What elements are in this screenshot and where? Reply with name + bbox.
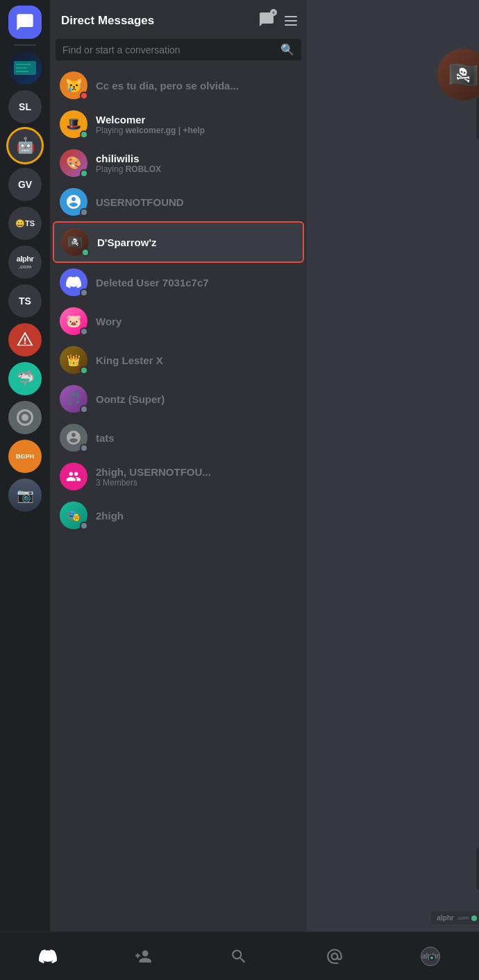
nav-item-search[interactable] — [230, 947, 248, 965]
dm-name-chiliwilis: chiliwilis — [96, 153, 297, 164]
right-panel: 🏴‍☠️ alphr .com — [307, 0, 479, 980]
nav-item-friends[interactable] — [134, 947, 152, 965]
nav-item-profile[interactable]: alphr — [421, 947, 440, 966]
dm-name-dsparrowz: D'Sparrow'z — [97, 237, 296, 248]
dm-item-kinglester[interactable]: 👑 King Lester X — [53, 341, 304, 379]
dm-info-kinglester: King Lester X — [96, 354, 297, 366]
header-icons: + — [258, 11, 299, 31]
dm-avatar-wory: 🐷 — [60, 307, 87, 335]
dm-avatar-2high: 🎭 — [60, 501, 87, 529]
server-icon-bgph[interactable]: BGPH — [8, 440, 42, 473]
search-bar[interactable]: 🔍 — [56, 39, 301, 60]
dm-item-first[interactable]: 😿 Cc es tu dia, pero se olvida... — [53, 66, 304, 105]
dm-item-oontz[interactable]: 🎵 Oontz (Super) — [53, 379, 304, 418]
dm-info-usernotfound: USERNOTFOUND — [96, 196, 297, 208]
dm-avatar-dsparrowz: 🏴‍☠️ — [61, 228, 89, 256]
dm-header: Direct Messages + — [50, 0, 307, 36]
dm-name-wory: Wory — [96, 316, 297, 327]
scrollbar-indicator-top — [476, 97, 479, 139]
dm-item-chiliwilis[interactable]: 🎨 chiliwilis Playing ROBLOX — [53, 144, 304, 182]
dm-item-2high-group[interactable]: 2high, USERNOTFOU... 3 Members — [53, 457, 304, 496]
dm-title: Direct Messages — [61, 14, 154, 28]
server-icon-red[interactable] — [8, 323, 42, 356]
dm-avatar-usernotfound — [60, 188, 87, 216]
dm-info-2high-group: 2high, USERNOTFOU... 3 Members — [96, 466, 297, 488]
dm-name-2high-group: 2high, USERNOTFOU... — [96, 466, 297, 478]
dm-info-welcomer: Welcomer Playing welcomer.gg | +help — [96, 114, 297, 135]
dm-info-dsparrowz: D'Sparrow'z — [97, 237, 296, 248]
server-label-emojits: 😀TS — [15, 219, 35, 228]
server-icon-gv[interactable]: GV — [8, 168, 42, 201]
dm-subtitle-chiliwilis: Playing ROBLOX — [96, 164, 297, 174]
dm-avatar-chiliwilis: 🎨 — [60, 149, 87, 177]
status-dot-welcomer — [80, 130, 88, 139]
server-icon-gray[interactable] — [8, 401, 42, 434]
nav-item-home[interactable] — [39, 947, 57, 965]
status-dot-deleted — [80, 289, 88, 297]
server-icon-alphr[interactable]: alphr .com — [8, 246, 42, 279]
dm-info-chiliwilis: chiliwilis Playing ROBLOX — [96, 153, 297, 174]
server-icon-robot[interactable]: 🤖 — [8, 129, 42, 162]
dm-name-tats: tats — [96, 432, 297, 444]
dm-item-deleted[interactable]: Deleted User 7031c7c7 — [53, 263, 304, 302]
scrollbar-indicator-bottom — [476, 848, 479, 890]
status-dot-chiliwilis — [80, 169, 88, 178]
dm-name-first: Cc es tu dia, pero se olvida... — [96, 80, 297, 92]
dm-info-tats: tats — [96, 432, 297, 444]
server-icon-ts[interactable]: 😀TS — [8, 207, 42, 240]
dm-avatar-oontz: 🎵 — [60, 385, 87, 413]
dm-avatar-welcomer: 🎩 — [60, 110, 87, 138]
search-icon: 🔍 — [280, 43, 294, 56]
server-icon-ts2[interactable]: TS — [8, 284, 42, 318]
dm-info-deleted: Deleted User 7031c7c7 — [96, 277, 297, 289]
dm-item-wory[interactable]: 🐷 Wory — [53, 302, 304, 341]
status-dot-tats — [80, 444, 88, 452]
dm-name-kinglester: King Lester X — [96, 354, 297, 366]
dm-info-first: Cc es tu dia, pero se olvida... — [96, 80, 297, 92]
server-icon-teal[interactable]: 🦈 — [8, 362, 42, 395]
status-dot-wory — [80, 327, 88, 336]
dm-item-dsparrowz[interactable]: 🏴‍☠️ D'Sparrow'z — [53, 221, 304, 263]
nav-item-mentions[interactable] — [326, 947, 344, 965]
dm-avatar-kinglester: 👑 — [60, 346, 87, 374]
dm-name-welcomer: Welcomer — [96, 114, 297, 126]
dm-name-usernotfound: USERNOTFOUND — [96, 196, 297, 208]
server-label-ts2: TS — [19, 295, 31, 307]
alphr-watermark: alphr .com — [431, 911, 479, 925]
right-panel-avatar: 🏴‍☠️ — [437, 49, 479, 101]
dm-item-tats[interactable]: tats — [53, 418, 304, 457]
dm-item-usernotfound[interactable]: USERNOTFOUND — [53, 182, 304, 221]
dm-info-2high: 2high — [96, 510, 297, 522]
server-label-sl: SL — [19, 101, 31, 112]
dm-avatar-2high-group — [60, 463, 87, 490]
status-dot-dnd — [80, 92, 88, 100]
server-icon-sl[interactable]: SL — [8, 90, 42, 123]
search-input[interactable] — [62, 44, 275, 55]
dm-avatar-tats — [60, 424, 87, 452]
status-dot-usernotfound — [80, 208, 88, 216]
dm-info-wory: Wory — [96, 316, 297, 327]
new-dm-icon[interactable]: + — [258, 11, 275, 31]
server-icon-photo[interactable]: 📷 — [8, 479, 42, 512]
server-label-gv: GV — [18, 179, 32, 190]
dm-name-oontz: Oontz (Super) — [96, 393, 297, 405]
dm-subtitle-2high-group: 3 Members — [96, 478, 297, 488]
status-dot-kinglester — [80, 366, 88, 375]
dm-name-deleted: Deleted User 7031c7c7 — [96, 277, 297, 289]
status-dot-oontz — [80, 405, 88, 413]
server-icon-dm[interactable] — [8, 6, 42, 39]
dm-avatar-deleted — [60, 268, 87, 296]
server-sidebar: SL 🤖 GV 😀TS alphr .com TS 🦈 — [0, 0, 50, 980]
dm-item-welcomer[interactable]: 🎩 Welcomer Playing welcomer.gg | +help — [53, 105, 304, 144]
dm-name-2high: 2high — [96, 510, 297, 522]
dm-panel: Direct Messages + 🔍 — [50, 0, 307, 980]
dm-info-oontz: Oontz (Super) — [96, 393, 297, 405]
dm-subtitle-welcomer: Playing welcomer.gg | +help — [96, 126, 297, 135]
server-icon-server1[interactable] — [8, 51, 42, 85]
server-divider — [14, 44, 36, 46]
status-dot-2high — [80, 522, 88, 530]
dm-list: 😿 Cc es tu dia, pero se olvida... 🎩 Welc… — [50, 66, 307, 980]
dm-item-2high[interactable]: 🎭 2high — [53, 496, 304, 535]
bottom-nav: alphr — [0, 931, 479, 980]
hamburger-menu-icon[interactable] — [283, 15, 299, 27]
